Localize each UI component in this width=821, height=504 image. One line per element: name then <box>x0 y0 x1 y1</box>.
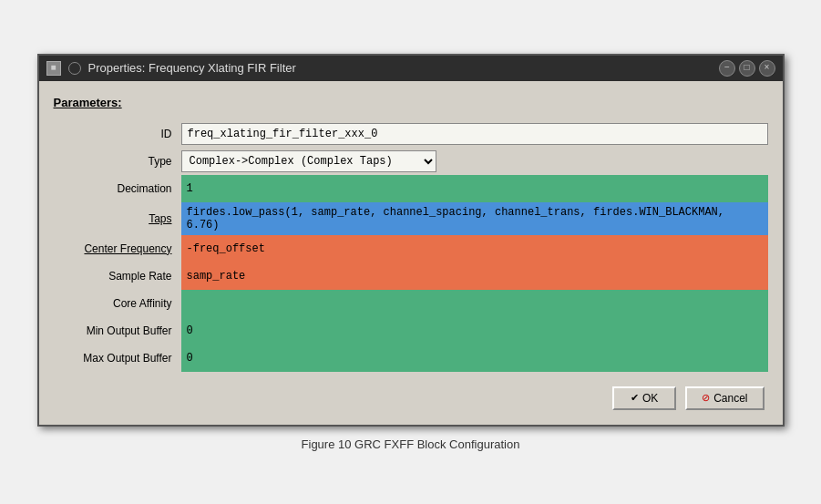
titlebar-circle <box>68 62 81 75</box>
row-type: TypeComplex->Complex (Complex Taps) <box>54 148 768 175</box>
button-row: OK Cancel <box>54 386 768 410</box>
label-id: ID <box>54 120 181 148</box>
row-min_output_buffer: Min Output Buffer0 <box>54 317 768 345</box>
select-type[interactable]: Complex->Complex (Complex Taps) <box>181 150 436 172</box>
label-max_output_buffer: Max Output Buffer <box>54 345 181 372</box>
value-text-decimation[interactable]: 1 <box>181 180 768 197</box>
params-label: Parameters: <box>54 96 768 109</box>
input-id[interactable] <box>181 123 768 145</box>
cancel-button[interactable]: Cancel <box>685 386 764 410</box>
label-type: Type <box>54 148 181 175</box>
row-center_frequency: Center Frequency-freq_offset <box>54 235 768 262</box>
ok-button[interactable]: OK <box>612 386 676 410</box>
titlebar-left: ■ Properties: Frequency Xlating FIR Filt… <box>46 61 296 76</box>
label-center_frequency: Center Frequency <box>54 235 181 262</box>
titlebar: ■ Properties: Frequency Xlating FIR Filt… <box>39 56 783 81</box>
row-id: ID <box>54 120 768 148</box>
row-sample_rate: Sample Ratesamp_rate <box>54 262 768 290</box>
value-cell-id <box>181 120 768 148</box>
close-button[interactable]: × <box>759 60 775 77</box>
value-text-sample_rate[interactable]: samp_rate <box>181 268 768 284</box>
figure-caption: Figure 10 GRC FXFF Block Configuration <box>302 437 520 451</box>
value-cell-sample_rate: samp_rate <box>181 262 768 290</box>
value-text-taps[interactable]: firdes.low_pass(1, samp_rate, channel_sp… <box>181 204 768 233</box>
maximize-button[interactable]: □ <box>739 60 755 77</box>
minimize-button[interactable]: − <box>719 60 735 77</box>
value-cell-core_affinity <box>181 290 768 317</box>
value-text-max_output_buffer[interactable]: 0 <box>181 350 768 366</box>
params-table: IDTypeComplex->Complex (Complex Taps)Dec… <box>54 120 768 372</box>
row-decimation: Decimation1 <box>54 175 768 202</box>
label-core_affinity: Core Affinity <box>54 290 181 317</box>
titlebar-controls: − □ × <box>719 60 775 77</box>
dialog-body: Parameters: IDTypeComplex->Complex (Comp… <box>39 81 783 425</box>
dialog-wrapper: ■ Properties: Frequency Xlating FIR Filt… <box>37 54 785 451</box>
value-cell-decimation: 1 <box>181 175 768 202</box>
value-cell-taps: firdes.low_pass(1, samp_rate, channel_sp… <box>181 202 768 235</box>
value-text-min_output_buffer[interactable]: 0 <box>181 323 768 339</box>
label-sample_rate: Sample Rate <box>54 262 181 290</box>
row-max_output_buffer: Max Output Buffer0 <box>54 345 768 372</box>
label-taps: Taps <box>54 202 181 235</box>
window-icon: ■ <box>46 61 61 76</box>
value-cell-max_output_buffer: 0 <box>181 345 768 372</box>
label-decimation: Decimation <box>54 175 181 202</box>
value-text-core_affinity[interactable] <box>181 302 768 305</box>
row-core_affinity: Core Affinity <box>54 290 768 317</box>
value-cell-type: Complex->Complex (Complex Taps) <box>181 148 768 175</box>
titlebar-title: Properties: Frequency Xlating FIR Filter <box>88 61 296 75</box>
dialog: ■ Properties: Frequency Xlating FIR Filt… <box>37 54 785 427</box>
row-taps: Tapsfirdes.low_pass(1, samp_rate, channe… <box>54 202 768 235</box>
value-text-center_frequency[interactable]: -freq_offset <box>181 241 768 257</box>
label-min_output_buffer: Min Output Buffer <box>54 317 181 345</box>
value-cell-center_frequency: -freq_offset <box>181 235 768 262</box>
value-cell-min_output_buffer: 0 <box>181 317 768 345</box>
